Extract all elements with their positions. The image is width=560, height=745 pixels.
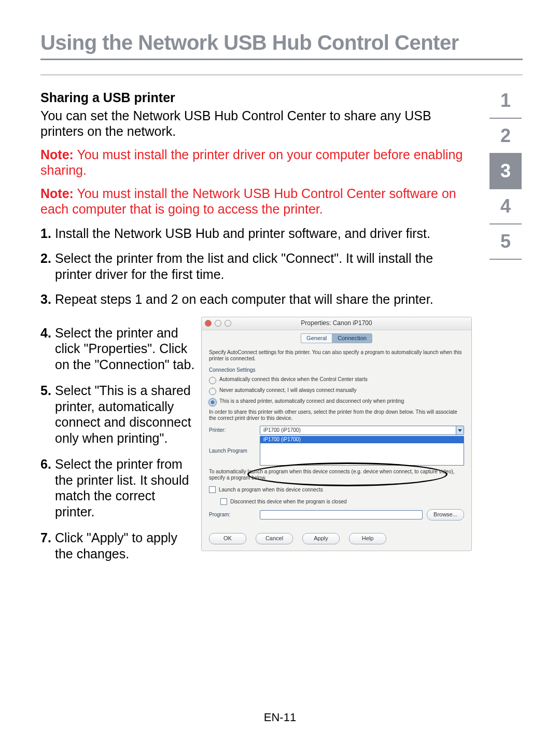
intro-paragraph: You can set the Network USB Hub Control … <box>40 108 472 139</box>
chevron-down-icon <box>456 426 464 434</box>
printer-dropdown-panel[interactable]: iP1700 (iP1700) <box>260 436 464 466</box>
tab-connection[interactable]: Connection <box>332 333 372 343</box>
radio-never-connect[interactable]: Never automatically connect, I will alwa… <box>209 387 464 395</box>
properties-dialog: Properties: Canon iP1700 General Connect… <box>201 317 472 552</box>
share-help-text: In order to share this printer with othe… <box>209 409 464 421</box>
step-1: 1.Install the Network USB Hub and printe… <box>40 226 472 242</box>
printer-combobox-value: iP1700 (iP1700) <box>263 427 301 433</box>
ok-button[interactable]: OK <box>209 533 246 544</box>
dialog-button-row: OK Cancel Apply Help <box>209 528 464 544</box>
divider <box>40 75 523 75</box>
zoom-icon[interactable] <box>225 320 231 327</box>
dialog-titlebar: Properties: Canon iP1700 <box>202 317 471 330</box>
dialog-title: Properties: Canon iP1700 <box>202 319 471 327</box>
nav-item-4[interactable]: 4 <box>489 189 522 224</box>
note-2: Note: You must install the Network USB H… <box>40 186 472 217</box>
nav-item-1[interactable]: 1 <box>489 83 522 119</box>
step-2: 2.Select the printer from the list and c… <box>40 250 472 282</box>
step-3-text: Repeat steps 1 and 2 on each computer th… <box>55 292 433 306</box>
note-2-text: You must install the Network USB Hub Con… <box>40 186 456 217</box>
nav-item-2[interactable]: 2 <box>489 119 522 154</box>
section-nav: 1 2 3 4 5 <box>488 83 523 572</box>
radio-auto-connect[interactable]: Automatically connect this device when t… <box>209 376 464 384</box>
program-label: Program: <box>209 512 256 518</box>
note-1: Note: You must install the printer drive… <box>40 147 472 178</box>
dialog-body: Specify AutoConnect settings for this pr… <box>202 343 471 551</box>
printer-dropdown-item[interactable]: iP1700 (iP1700) <box>260 436 464 443</box>
steps-side-column: 4.Select the printer and click "Properti… <box>40 317 201 572</box>
radio-icon <box>209 377 216 384</box>
disconnect-checkbox[interactable]: Disconnect this device when the program … <box>220 498 464 505</box>
dialog-tabs: General Connection <box>202 333 471 343</box>
steps-top: 1.Install the Network USB Hub and printe… <box>40 226 472 307</box>
program-field[interactable] <box>260 510 423 519</box>
step-4-text: Select the printer and click "Properties… <box>55 326 194 372</box>
printer-row: Printer: iP1700 (iP1700) <box>209 426 464 435</box>
step-1-text: Install the Network USB Hub and printer … <box>55 226 430 241</box>
radio-never-connect-label: Never automatically connect, I will alwa… <box>219 387 357 393</box>
step-6-text: Select the printer from the printer list… <box>55 457 189 519</box>
note-label: Note: <box>40 186 74 201</box>
close-icon[interactable] <box>205 320 212 327</box>
minimize-icon[interactable] <box>215 320 221 327</box>
nav-item-5[interactable]: 5 <box>489 224 522 260</box>
launch-program-label: Launch Program <box>209 448 256 454</box>
radio-auto-connect-label: Automatically connect this device when t… <box>219 376 368 383</box>
wrap-row: 4.Select the printer and click "Properti… <box>40 317 472 572</box>
apply-button[interactable]: Apply <box>302 533 340 544</box>
step-2-text: Select the printer from the list and cli… <box>55 251 433 282</box>
help-button[interactable]: Help <box>349 533 386 544</box>
program-row: Program: Browse... <box>209 509 464 521</box>
launch-program-checkbox[interactable]: Launch a program when this device connec… <box>209 486 464 493</box>
steps-side: 4.Select the printer and click "Properti… <box>40 325 196 562</box>
section-heading: Sharing a USB printer <box>40 90 472 106</box>
printer-combobox[interactable]: iP1700 (iP1700) <box>260 426 464 435</box>
launch-program-checkbox-label: Launch a program when this device connec… <box>219 487 323 493</box>
radio-icon <box>209 388 216 395</box>
content-row: Sharing a USB printer You can set the Ne… <box>40 86 523 572</box>
radio-shared-printer[interactable]: This is a shared printer, automatically … <box>209 398 464 406</box>
checkbox-icon <box>209 486 216 493</box>
note-label: Note: <box>40 147 74 162</box>
cancel-button[interactable]: Cancel <box>256 533 293 544</box>
radio-shared-printer-label: This is a shared printer, automatically … <box>219 398 404 404</box>
printer-label: Printer: <box>209 427 256 433</box>
step-6: 6.Select the printer from the printer li… <box>40 456 196 519</box>
browse-button[interactable]: Browse... <box>427 509 464 521</box>
step-3: 3.Repeat steps 1 and 2 on each computer … <box>40 291 472 307</box>
disconnect-checkbox-label: Disconnect this device when the program … <box>230 499 347 505</box>
step-5: 5.Select "This is a shared printer, auto… <box>40 383 196 446</box>
radio-icon <box>209 399 216 406</box>
note-1-text: You must install the printer driver on y… <box>40 147 463 178</box>
checkbox-icon <box>220 498 227 505</box>
step-5-text: Select "This is a shared printer, automa… <box>55 383 191 445</box>
tab-general[interactable]: General <box>301 333 332 343</box>
auto-launch-text: To automatically launch a program when t… <box>209 469 464 481</box>
dialog-description: Specify AutoConnect settings for this pr… <box>209 349 464 362</box>
step-7: 7.Click "Apply" to apply the changes. <box>40 530 196 561</box>
step-7-text: Click "Apply" to apply the changes. <box>55 530 177 561</box>
nav-item-3[interactable]: 3 <box>489 154 522 189</box>
step-4: 4.Select the printer and click "Properti… <box>40 325 196 373</box>
text-column: Sharing a USB printer You can set the Ne… <box>40 86 488 572</box>
launch-program-row: Launch Program iP1700 (iP1700) <box>209 436 464 466</box>
connection-settings-label: Connection Settings <box>209 367 464 373</box>
page-footer: EN-11 <box>0 711 560 724</box>
page-title: Using the Network USB Hub Control Center <box>40 31 523 60</box>
